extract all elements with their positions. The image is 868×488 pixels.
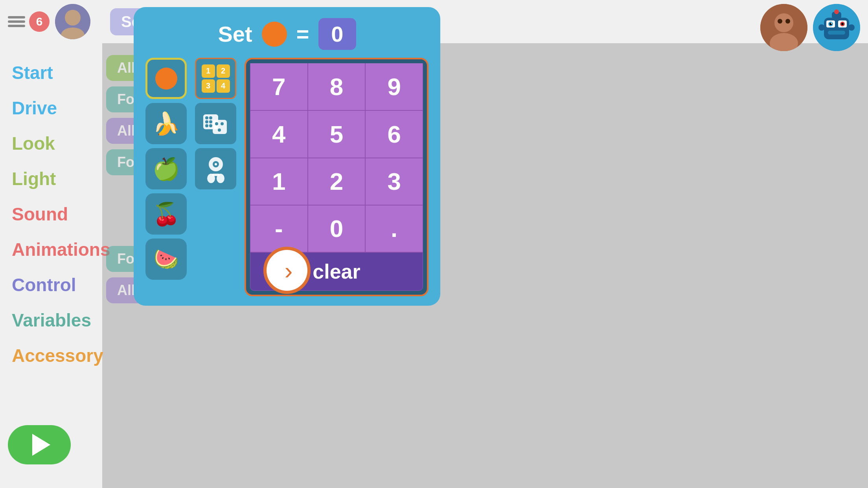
notification-badge: 6 [29, 11, 50, 32]
icon-watermelon[interactable]: 🍉 [145, 238, 187, 280]
apple-icon: 🍏 [153, 156, 180, 182]
variable-icon-panel: 🍌 🍏 🍒 🍉 [145, 58, 189, 296]
sidebar-item-drive[interactable]: Drive [0, 90, 102, 126]
sidebar-item-look[interactable]: Look [0, 126, 102, 161]
num-btn-6[interactable]: 6 [365, 110, 423, 158]
brown-avatar[interactable] [760, 4, 807, 51]
svg-point-21 [774, 13, 793, 32]
num-btn-2[interactable]: 2 [308, 158, 366, 205]
sensor-icon [200, 153, 232, 185]
svg-point-6 [205, 120, 208, 123]
modal-title: Set [218, 21, 252, 47]
run-button[interactable] [8, 425, 71, 464]
set-variable-modal: Set = 0 🍌 🍏 🍒 🍉 [134, 7, 440, 306]
svg-point-33 [841, 23, 844, 25]
svg-point-24 [785, 19, 790, 24]
watermelon-icon: 🍉 [153, 247, 179, 271]
num-btn-minus[interactable]: - [250, 205, 308, 252]
svg-point-11 [215, 122, 218, 125]
num-btn-0[interactable]: 0 [308, 205, 366, 252]
svg-rect-34 [828, 31, 845, 35]
modal-variable-indicator [262, 22, 287, 47]
sidebar: Start Drive Look Light Sound Animations … [0, 0, 102, 488]
numpad-grid: 7 8 9 4 5 6 1 2 3 - 0 . [250, 63, 423, 252]
svg-point-9 [209, 124, 212, 127]
num-btn-4[interactable]: 4 [250, 110, 308, 158]
svg-point-23 [778, 19, 782, 24]
input-category-panel: 1 2 3 4 [195, 58, 238, 296]
modal-equals-sign: = [296, 21, 309, 47]
modal-current-value: 0 [318, 18, 356, 50]
num-btn-5[interactable]: 5 [308, 110, 366, 158]
sidebar-item-sound[interactable]: Sound [0, 196, 102, 232]
category-numbers[interactable]: 1 2 3 4 [195, 58, 236, 99]
svg-point-4 [205, 116, 208, 119]
icon-orange-circle[interactable] [145, 58, 187, 99]
orange-circle-icon [155, 68, 177, 90]
icon-cherries[interactable]: 🍒 [145, 193, 187, 235]
banana-icon: 🍌 [153, 111, 180, 137]
sidebar-item-start[interactable]: Start [0, 55, 102, 90]
sidebar-item-light[interactable]: Light [0, 161, 102, 196]
next-button[interactable]: › [263, 247, 311, 294]
icon-apple[interactable]: 🍏 [145, 148, 187, 189]
svg-point-1 [65, 10, 81, 26]
sidebar-item-accessory[interactable]: Accessory [0, 338, 102, 373]
right-avatars-area [760, 4, 860, 51]
svg-rect-10 [213, 120, 227, 134]
modal-header: Set = 0 [218, 18, 356, 50]
num-btn-3[interactable]: 3 [365, 158, 423, 205]
dice-icon [202, 110, 230, 138]
svg-point-5 [209, 116, 212, 119]
sidebar-item-control[interactable]: Control [0, 267, 102, 303]
category-dice[interactable] [195, 103, 236, 144]
num-btn-dot[interactable]: . [365, 205, 423, 252]
svg-point-30 [831, 23, 832, 24]
num-btn-7[interactable]: 7 [250, 63, 308, 110]
svg-rect-19 [212, 174, 220, 176]
svg-point-35 [818, 24, 825, 31]
robot-avatar[interactable] [813, 4, 860, 51]
category-sensor[interactable] [195, 148, 236, 189]
icon-banana[interactable]: 🍌 [145, 103, 187, 144]
num-btn-1[interactable]: 1 [250, 158, 308, 205]
num-btn-8[interactable]: 8 [308, 63, 366, 110]
svg-point-36 [848, 24, 855, 31]
run-icon [32, 434, 50, 456]
cherries-icon: 🍒 [153, 201, 180, 227]
svg-point-12 [221, 122, 224, 125]
svg-point-7 [209, 120, 212, 123]
svg-point-13 [218, 128, 221, 132]
next-arrow-icon: › [285, 257, 293, 284]
sidebar-item-animations[interactable]: Animations [0, 232, 102, 267]
user-avatar[interactable] [55, 4, 90, 39]
num-btn-9[interactable]: 9 [365, 63, 423, 110]
svg-point-16 [215, 163, 217, 165]
svg-point-8 [205, 124, 208, 127]
svg-point-38 [834, 9, 839, 14]
sidebar-item-variables[interactable]: Variables [0, 303, 102, 338]
